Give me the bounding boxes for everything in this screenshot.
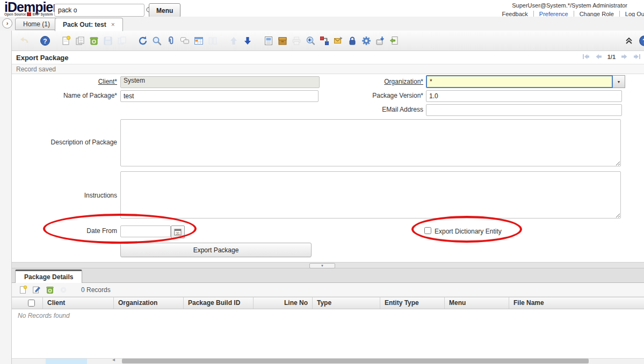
next-record-icon[interactable] — [620, 53, 628, 60]
date-from-input[interactable] — [120, 225, 171, 237]
workflow-icon[interactable] — [319, 35, 330, 47]
column-header-file-name[interactable]: File Name — [509, 297, 644, 309]
logo-red-accent — [27, 12, 31, 16]
collapse-all-icon[interactable] — [623, 35, 635, 47]
record-counter: 1/1 — [607, 54, 616, 60]
export-icon[interactable] — [374, 35, 386, 47]
organization-combobox: ▼ — [426, 75, 625, 88]
save-create-new-icon[interactable] — [116, 35, 128, 47]
ignore-changes-icon[interactable] — [18, 35, 30, 47]
detail-process-icon[interactable] — [58, 285, 69, 295]
instructions-label: Instructions — [15, 192, 117, 199]
menu-button[interactable]: Menu — [149, 3, 180, 18]
export-package-button[interactable]: Export Package — [120, 243, 312, 257]
global-search-box — [54, 4, 144, 17]
window-help-icon[interactable]: ? — [639, 35, 644, 47]
tab-home[interactable]: Home (1) — [15, 18, 58, 30]
record-navigation: 1/1 — [582, 53, 641, 60]
logged-in-user: SuperUser@System.*/System Administrator — [512, 2, 627, 9]
zoom-across-icon[interactable] — [305, 35, 316, 47]
refresh-icon[interactable] — [137, 35, 149, 47]
copy-record-icon[interactable] — [74, 35, 86, 47]
logo-subtitle-1: Open Source — [4, 12, 26, 16]
detail-toolbar: 0 Records — [12, 283, 644, 297]
calendar-button[interactable]: 31 — [171, 225, 185, 238]
previous-record-icon[interactable] — [595, 53, 603, 60]
status-bar: Record saved — [12, 64, 644, 74]
export-dictionary-checkbox[interactable] — [424, 227, 431, 234]
export-dictionary-label: Export Dictionary Entity — [435, 228, 502, 235]
process-icon[interactable] — [360, 35, 372, 47]
scroll-left-icon[interactable]: ◂ — [112, 357, 115, 362]
export-file-icon[interactable] — [388, 35, 400, 47]
column-header-package-build-id[interactable]: Package Build ID — [184, 297, 254, 309]
chevron-right-icon: › — [6, 20, 9, 26]
new-record-icon[interactable] — [60, 35, 72, 47]
detail-record-icon[interactable] — [242, 35, 254, 47]
svg-text:31: 31 — [176, 231, 180, 235]
logo-subtitle-2: ERP System — [32, 12, 53, 16]
detail-grid-header: Client Organization Package Build ID Lin… — [12, 297, 644, 309]
archive-icon[interactable] — [277, 35, 288, 47]
chat-icon[interactable] — [179, 35, 191, 47]
detail-tabstrip — [12, 268, 644, 283]
parent-record-icon[interactable] — [228, 35, 240, 47]
column-header-menu[interactable]: Menu — [445, 297, 509, 309]
email-input[interactable] — [426, 104, 622, 116]
save-icon[interactable] — [102, 35, 114, 47]
description-label: Description of Package — [15, 139, 117, 146]
lock-icon[interactable] — [346, 35, 358, 47]
name-of-package-input[interactable] — [120, 90, 319, 102]
csv-import-icon[interactable] — [207, 35, 219, 47]
email-label: EMail Address — [321, 106, 423, 113]
window-toolbar: ? — [12, 31, 644, 51]
select-all-checkbox[interactable] — [28, 300, 35, 307]
first-record-icon[interactable] — [582, 53, 590, 60]
tab-package-details[interactable]: Package Details — [15, 270, 82, 283]
date-from-label: Date From — [15, 227, 117, 235]
grid-toggle-icon[interactable] — [193, 35, 205, 47]
report-icon[interactable] — [263, 35, 274, 47]
name-of-package-label: Name of Package* — [15, 92, 117, 99]
frozen-pane-indicator — [46, 359, 87, 364]
horizontal-scrollbar-thumb[interactable] — [122, 359, 589, 363]
attachment-icon[interactable] — [165, 35, 177, 47]
search-input[interactable] — [55, 6, 144, 14]
package-version-label: Package Version* — [321, 92, 423, 99]
detail-new-record-icon[interactable] — [18, 285, 28, 295]
organization-input[interactable] — [426, 75, 613, 88]
print-icon[interactable] — [291, 35, 302, 47]
detail-edit-record-icon[interactable] — [31, 285, 42, 295]
client-label[interactable]: Client* — [15, 78, 117, 85]
help-icon[interactable]: ? — [39, 35, 51, 47]
expand-sidebar-button[interactable]: › — [2, 18, 12, 28]
delete-record-icon[interactable] — [88, 35, 100, 47]
instructions-textarea[interactable] — [120, 171, 621, 219]
request-mail-icon[interactable] — [332, 35, 344, 47]
package-version-input[interactable] — [426, 90, 622, 102]
column-header-entity-type[interactable]: Entity Type — [380, 297, 445, 309]
calendar-icon: 31 — [173, 228, 182, 236]
last-record-icon[interactable] — [633, 53, 641, 60]
tab-pack-out[interactable]: Pack Out: test × — [55, 18, 123, 31]
column-header-client[interactable]: Client — [43, 297, 114, 309]
close-tab-icon[interactable]: × — [111, 21, 115, 28]
page-title: Export Package — [16, 54, 69, 62]
organization-label[interactable]: Organization* — [321, 78, 423, 85]
collapsed-west-panel[interactable] — [0, 31, 12, 364]
svg-text:?: ? — [43, 37, 47, 45]
idempiere-window: iDempiere Open Source ERP System Menu Su… — [0, 0, 644, 364]
chevron-down-icon: ▼ — [617, 80, 621, 84]
splitter-collapse-handle[interactable]: ▼ — [309, 263, 335, 268]
records-count: 0 Records — [81, 286, 111, 294]
organization-dropdown-button[interactable]: ▼ — [613, 75, 625, 88]
column-header-line-no[interactable]: Line No — [254, 297, 313, 309]
column-header-organization[interactable]: Organization — [114, 297, 184, 309]
find-icon[interactable] — [151, 35, 163, 47]
description-textarea[interactable] — [120, 119, 621, 166]
detail-delete-record-icon[interactable] — [45, 285, 55, 295]
no-records-message: No Records found — [18, 312, 70, 319]
window-titlebar: Export Package 1/1 — [12, 51, 644, 64]
client-field: System — [120, 76, 320, 88]
column-header-type[interactable]: Type — [313, 297, 380, 309]
